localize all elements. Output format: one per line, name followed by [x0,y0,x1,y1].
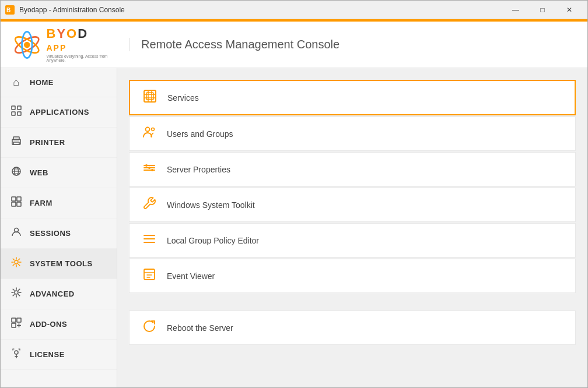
sidebar-item-addons[interactable]: ADD-ONS [1,309,117,340]
svg-point-42 [145,164,148,167]
svg-rect-19 [17,197,21,201]
svg-point-30 [15,351,18,354]
svg-point-43 [148,167,150,169]
users-groups-label: Users and Groups [167,129,233,139]
svg-text:B: B [6,7,10,13]
content-spacer [129,293,576,311]
svg-rect-8 [12,112,15,115]
logo-area: BYOD APP Virtualize everything. Access f… [12,27,117,62]
sidebar-item-farm[interactable]: FARM [1,188,117,218]
sidebar-item-applications[interactable]: APPLICATIONS [1,97,117,128]
sidebar-item-printer[interactable]: PRINTER [1,128,117,158]
logo-sub: Virtualize everything. Access from Anywh… [47,54,118,62]
svg-point-44 [151,169,153,171]
titlebar-left: B Byodapp - Administration Console [5,5,125,15]
close-button[interactable]: ✕ [556,1,583,19]
group-policy-icon [141,232,158,249]
home-icon: ⌂ [10,76,23,89]
menu-item-windows-toolkit[interactable]: Windows System Toolkit [129,188,576,222]
svg-rect-6 [12,106,15,110]
svg-point-23 [15,260,18,264]
sidebar-label-farm: FARM [30,199,52,207]
sidebar-item-sessions[interactable]: SESSIONS [1,218,117,249]
sidebar-label-advanced: ADVANCED [30,290,75,298]
svg-rect-7 [18,106,21,110]
sidebar-label-home: HOME [30,78,54,87]
logo-svg [12,28,42,62]
svg-rect-20 [12,202,16,206]
menu-item-reboot[interactable]: Reboot the Server [129,311,576,345]
advanced-icon [10,287,23,301]
services-label: Services [167,93,199,103]
sidebar-label-license: LICENSE [30,350,65,359]
sidebar-label-applications: APPLICATIONS [30,108,89,117]
menu-item-server-properties[interactable]: Server Properties [129,152,576,186]
event-viewer-label: Event Viewer [167,271,215,281]
svg-rect-31 [144,90,156,102]
windows-toolkit-icon [141,196,158,213]
svg-rect-21 [17,202,21,206]
server-properties-icon [141,161,158,178]
titlebar: B Byodapp - Administration Console — □ ✕ [1,1,587,19]
titlebar-title: Byodapp - Administration Console [19,6,125,14]
svg-rect-27 [12,323,16,327]
svg-rect-32 [146,93,153,100]
sidebar-item-home[interactable]: ⌂ HOME [1,68,117,97]
sidebar-item-web[interactable]: WEB [1,158,117,188]
titlebar-controls: — □ ✕ [502,1,583,19]
menu-item-users-groups[interactable]: Users and Groups [129,117,576,151]
sidebar-label-system-tools: SYSTEM TOOLS [30,259,93,268]
event-viewer-icon [141,267,158,284]
logo-brand: BYOD APP [47,27,118,53]
menu-item-group-policy[interactable]: Local Group Policy Editor [129,223,576,258]
header-title: Remote Access Management Console [129,38,340,51]
app-icon: B [5,5,15,15]
svg-point-38 [152,128,155,131]
sidebar-label-addons: ADD-ONS [30,320,67,329]
sidebar-item-advanced[interactable]: ADVANCED [1,279,117,309]
svg-rect-18 [12,197,16,201]
minimize-button[interactable]: — [502,1,529,19]
web-icon [10,166,23,179]
svg-rect-12 [13,142,19,144]
sidebar: ⌂ HOME APPLICATIONS PRINTER [1,68,117,388]
svg-point-37 [146,128,150,132]
sidebar-label-printer: PRINTER [30,138,65,147]
menu-item-event-viewer[interactable]: Event Viewer [129,259,576,293]
main-layout: ⌂ HOME APPLICATIONS PRINTER [1,68,587,388]
reboot-label: Reboot the Server [167,323,233,333]
svg-rect-11 [13,137,19,140]
svg-rect-26 [17,318,21,322]
svg-rect-48 [144,269,155,280]
sidebar-label-web: WEB [30,168,48,177]
addons-icon [10,318,23,331]
windows-toolkit-label: Windows System Toolkit [167,200,255,210]
services-icon [142,89,158,106]
bottom-menu-list: Reboot the Server [129,311,576,345]
applications-icon [10,105,23,119]
svg-rect-25 [12,318,16,322]
sidebar-label-sessions: SESSIONS [30,229,71,238]
menu-items-list: Services Users and Groups [129,80,576,293]
sidebar-item-system-tools[interactable]: SYSTEM TOOLS [1,249,117,279]
svg-point-5 [24,41,30,47]
sessions-icon [10,227,23,240]
sidebar-item-license[interactable]: LICENSE [1,340,117,370]
users-icon [141,125,158,142]
license-icon [10,348,23,361]
header: BYOD APP Virtualize everything. Access f… [1,22,587,68]
content-area: Services Users and Groups [117,68,587,388]
svg-point-24 [15,291,18,294]
group-policy-label: Local Group Policy Editor [167,236,259,245]
system-tools-icon [10,257,23,270]
server-properties-label: Server Properties [167,165,230,174]
printer-icon [10,136,23,149]
logo-text: BYOD APP Virtualize everything. Access f… [47,27,118,62]
reboot-icon [141,319,158,336]
menu-item-services[interactable]: Services [129,80,576,115]
svg-rect-9 [18,112,21,115]
farm-icon [10,196,23,210]
maximize-button[interactable]: □ [529,1,556,19]
